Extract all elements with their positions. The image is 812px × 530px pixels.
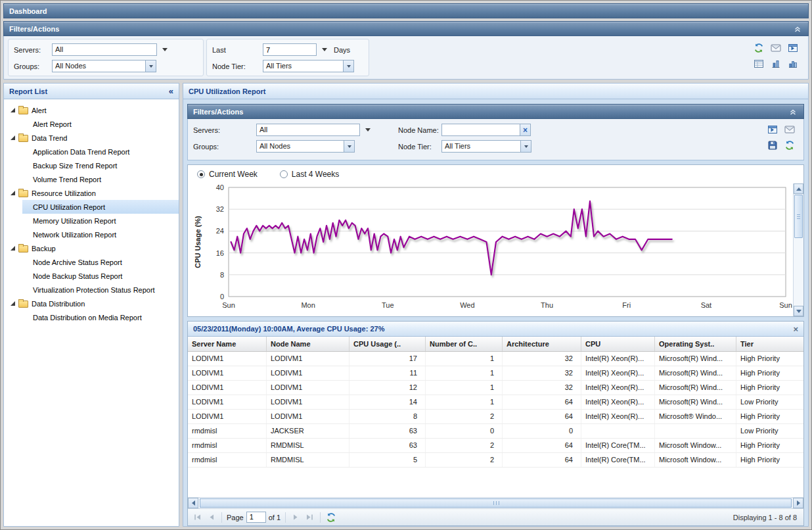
- scroll-right-icon[interactable]: [793, 498, 803, 508]
- servers-combo[interactable]: All: [256, 124, 360, 136]
- table-row[interactable]: LODIVM1LODIVM112132Intel(R) Xeon(R)...Mi…: [188, 381, 803, 395]
- table-row[interactable]: LODIVM1LODIVM18264Intel(R) Xeon(R)...Mic…: [188, 410, 803, 424]
- tree-folder-item[interactable]: Backup: [4, 241, 179, 255]
- table-cell: High Priority: [736, 381, 803, 395]
- dropdown-arrow-icon[interactable]: [162, 48, 168, 51]
- top-filters-header[interactable]: Filters/Actions: [3, 21, 809, 36]
- tree-folder-item[interactable]: Alert: [4, 103, 179, 117]
- dropdown-arrow-icon[interactable]: [365, 128, 371, 132]
- report-list-item[interactable]: Volume Trend Report: [22, 172, 179, 186]
- report-filters-header[interactable]: Filters/Actions: [187, 104, 804, 119]
- report-list-item[interactable]: Node Backup Status Report: [22, 269, 179, 283]
- application-window: Dashboard Filters/Actions Servers: All G…: [0, 0, 812, 530]
- column-header[interactable]: Architecture: [503, 337, 581, 351]
- tree-folder-item[interactable]: Data Distribution: [4, 297, 179, 310]
- column-header[interactable]: Number of C..: [426, 337, 503, 351]
- table-cell: Low Priority: [736, 395, 803, 409]
- last-page-icon[interactable]: [304, 512, 315, 523]
- report-list-item[interactable]: Alert Report: [22, 117, 179, 131]
- page-title: Dashboard: [9, 7, 47, 15]
- table-row[interactable]: rmdmislRMDMISL5264Intel(R) Core(TM...Mic…: [188, 453, 803, 468]
- expanded-node-icon[interactable]: [11, 246, 15, 251]
- dropdown-arrow-icon[interactable]: [520, 140, 531, 153]
- svg-text:0: 0: [220, 293, 224, 301]
- expanded-node-icon[interactable]: [11, 135, 15, 140]
- table-row[interactable]: LODIVM1LODIVM114164Intel(R) Xeon(R)...Mi…: [188, 395, 803, 410]
- page-number-input[interactable]: [246, 512, 266, 523]
- expanded-node-icon[interactable]: [11, 108, 15, 112]
- scroll-up-icon[interactable]: [794, 183, 803, 194]
- report-list-item[interactable]: Virtualization Protection Status Report: [22, 283, 179, 297]
- report-item-label: Backup Size Trend Report: [33, 162, 117, 170]
- column-header[interactable]: CPU Usage (..: [350, 337, 426, 351]
- period-options: Current WeekLast 4 Weeks: [188, 165, 803, 183]
- radio-current-week[interactable]: Current Week: [197, 170, 258, 179]
- folder-icon: [18, 245, 28, 253]
- vscroll-thumb[interactable]: [794, 195, 803, 238]
- column-header[interactable]: Operating Syst..: [655, 337, 736, 351]
- servers-combo[interactable]: All: [52, 43, 157, 56]
- node-tier-combo[interactable]: All Tiers: [441, 140, 521, 153]
- radio-icon[interactable]: [197, 170, 205, 178]
- scroll-left-icon[interactable]: [188, 498, 198, 508]
- table-row[interactable]: rmdmislRMDMISL63264Intel(R) Core(TM...Mi…: [188, 439, 803, 453]
- table-row[interactable]: rmdmislJACKSER6300Low Priority: [188, 424, 803, 439]
- export-icon[interactable]: [787, 42, 799, 54]
- radio-last-4-weeks[interactable]: Last 4 Weeks: [280, 170, 339, 179]
- column-header[interactable]: Node Name: [267, 337, 350, 351]
- scroll-down-icon[interactable]: [794, 306, 803, 316]
- refresh-icon[interactable]: [753, 42, 765, 54]
- tree-folder-item[interactable]: Resource Utilization: [4, 186, 179, 200]
- table-cell: LODIVM1: [267, 381, 350, 395]
- column-header[interactable]: Tier: [736, 337, 803, 351]
- table-cell: Intel(R) Xeon(R)...: [581, 381, 655, 395]
- folder-icon: [18, 301, 28, 308]
- dropdown-arrow-icon[interactable]: [344, 140, 355, 153]
- dropdown-arrow-icon[interactable]: [343, 60, 354, 72]
- report-list-item[interactable]: Backup Size Trend Report: [22, 158, 179, 172]
- email-icon[interactable]: [770, 42, 782, 54]
- table-row[interactable]: LODIVM1LODIVM117132Intel(R) Xeon(R)...Mi…: [188, 352, 803, 366]
- expanded-node-icon[interactable]: [11, 301, 15, 306]
- clear-icon[interactable]: ×: [520, 124, 531, 136]
- report-list-item[interactable]: Node Archive Status Report: [22, 255, 179, 269]
- collapse-up-icon[interactable]: [792, 24, 803, 34]
- report-list-item[interactable]: CPU Utilization Report: [22, 200, 179, 214]
- report-list-item[interactable]: Data Distribution on Media Report: [22, 310, 179, 324]
- email-icon[interactable]: [784, 124, 796, 135]
- table-row[interactable]: LODIVM1LODIVM111132Intel(R) Xeon(R)...Mi…: [188, 366, 803, 381]
- save-icon[interactable]: [767, 139, 778, 151]
- refresh-icon[interactable]: [325, 512, 336, 523]
- refresh-icon[interactable]: [784, 139, 796, 151]
- report-list-item[interactable]: Application Data Trend Report: [22, 145, 179, 158]
- last-days-input[interactable]: [263, 43, 317, 56]
- node-name-input[interactable]: [441, 124, 520, 136]
- collapse-left-icon[interactable]: «: [169, 86, 173, 96]
- close-icon[interactable]: ×: [793, 324, 798, 334]
- tree-folder-item[interactable]: Data Trend: [4, 131, 179, 145]
- next-page-icon[interactable]: [290, 512, 302, 523]
- groups-combo[interactable]: All Nodes: [256, 140, 344, 153]
- page-of-label: of 1: [269, 514, 281, 521]
- column-header[interactable]: CPU: [581, 337, 655, 351]
- first-page-icon[interactable]: [192, 512, 203, 523]
- column-header[interactable]: Server Name: [188, 337, 267, 351]
- node-tier-combo[interactable]: All Tiers: [263, 60, 344, 72]
- collapse-up-icon[interactable]: [788, 107, 798, 117]
- column-chart-icon[interactable]: [787, 58, 799, 70]
- report-item-label: Application Data Trend Report: [33, 148, 129, 156]
- table-cell: LODIVM1: [188, 381, 267, 395]
- bar-chart-icon[interactable]: [770, 58, 782, 70]
- groups-combo[interactable]: All Nodes: [52, 60, 146, 72]
- prev-page-icon[interactable]: [206, 512, 217, 523]
- dropdown-arrow-icon[interactable]: [145, 60, 156, 72]
- summary-view-icon[interactable]: [753, 58, 765, 70]
- export-icon[interactable]: [767, 124, 778, 135]
- dropdown-arrow-icon[interactable]: [322, 48, 327, 51]
- tree-folder-label: Resource Utilization: [32, 189, 96, 197]
- report-list-item[interactable]: Network Utilization Report: [22, 228, 179, 241]
- hscroll-thumb[interactable]: [200, 498, 792, 508]
- radio-icon[interactable]: [280, 170, 288, 178]
- report-list-item[interactable]: Memory Utilization Report: [22, 214, 179, 228]
- expanded-node-icon[interactable]: [11, 191, 15, 195]
